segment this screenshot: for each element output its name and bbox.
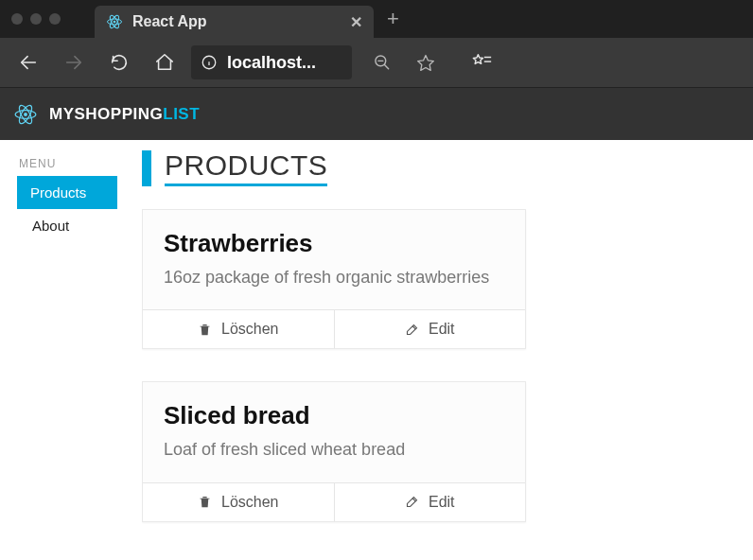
product-card: Strawberries 16oz package of fresh organ…: [142, 209, 526, 349]
svg-marker-13: [473, 55, 482, 64]
window-controls: [8, 13, 68, 25]
sidebar-item-label: About: [32, 218, 69, 234]
react-icon: [106, 13, 123, 30]
delete-button[interactable]: Löschen: [143, 310, 335, 348]
react-logo-icon: [13, 102, 38, 127]
address-bar[interactable]: localhost...: [191, 45, 352, 79]
product-title: Strawberries: [164, 229, 504, 258]
tab-strip: React App ✕ +: [0, 0, 753, 38]
sidebar: MENU Products About: [0, 140, 142, 560]
edit-button[interactable]: Edit: [335, 310, 526, 348]
edit-label: Edit: [429, 494, 455, 511]
brand-title: MYSHOPPINGLIST: [49, 105, 200, 124]
page-body: MENU Products About PRODUCTS Strawberrie…: [0, 140, 753, 560]
product-title: Sliced bread: [164, 401, 504, 430]
browser-tab[interactable]: React App ✕: [95, 6, 374, 38]
menu-label: MENU: [19, 157, 142, 170]
close-tab-icon[interactable]: ✕: [350, 13, 362, 31]
sidebar-item-label: Products: [30, 184, 86, 201]
window-close[interactable]: [11, 13, 23, 25]
title-accent-bar: [142, 150, 151, 186]
svg-point-3: [114, 21, 116, 24]
page-title: PRODUCTS: [165, 149, 327, 186]
edit-label: Edit: [429, 321, 455, 338]
edit-button[interactable]: Edit: [335, 483, 526, 521]
refresh-button[interactable]: [100, 44, 138, 81]
back-button[interactable]: [9, 44, 47, 81]
delete-label: Löschen: [221, 321, 279, 338]
product-actions: Löschen Edit: [143, 482, 525, 521]
delete-button[interactable]: Löschen: [143, 483, 335, 521]
brand-accent: LIST: [163, 105, 200, 123]
product-actions: Löschen Edit: [143, 309, 525, 348]
product-description: 16oz package of fresh organic strawberri…: [164, 266, 504, 289]
url-text: localhost...: [227, 53, 342, 73]
window-minimize[interactable]: [30, 13, 42, 25]
favorite-icon[interactable]: [407, 44, 445, 81]
product-description: Loaf of fresh sliced wheat bread: [164, 438, 504, 461]
sidebar-item-products[interactable]: Products: [17, 176, 117, 209]
info-icon[interactable]: [201, 54, 218, 71]
trash-icon: [198, 495, 212, 509]
svg-point-20: [24, 113, 27, 116]
browser-chrome: React App ✕ + localhost...: [0, 0, 753, 140]
tab-title: React App: [132, 13, 207, 30]
svg-marker-12: [418, 56, 434, 71]
app-header: MYSHOPPINGLIST: [0, 87, 753, 140]
brand-prefix: MY: [49, 105, 75, 123]
edit-icon: [405, 495, 419, 509]
trash-icon: [198, 323, 212, 337]
delete-label: Löschen: [221, 494, 279, 511]
window-maximize[interactable]: [49, 13, 61, 25]
edit-icon: [405, 323, 419, 337]
brand-mid: SHOPPING: [75, 105, 164, 123]
main-content: PRODUCTS Strawberries 16oz package of fr…: [142, 140, 753, 560]
product-card: Sliced bread Loaf of fresh sliced wheat …: [142, 381, 526, 521]
forward-button[interactable]: [55, 44, 93, 81]
favorites-list-icon[interactable]: [464, 44, 501, 81]
zoom-icon[interactable]: [363, 44, 401, 81]
new-tab-button[interactable]: +: [374, 7, 412, 31]
home-button[interactable]: [146, 44, 184, 81]
browser-toolbar: localhost...: [0, 38, 753, 87]
svg-line-10: [385, 65, 389, 69]
page-title-wrap: PRODUCTS: [142, 149, 725, 186]
sidebar-item-about[interactable]: About: [19, 209, 142, 242]
